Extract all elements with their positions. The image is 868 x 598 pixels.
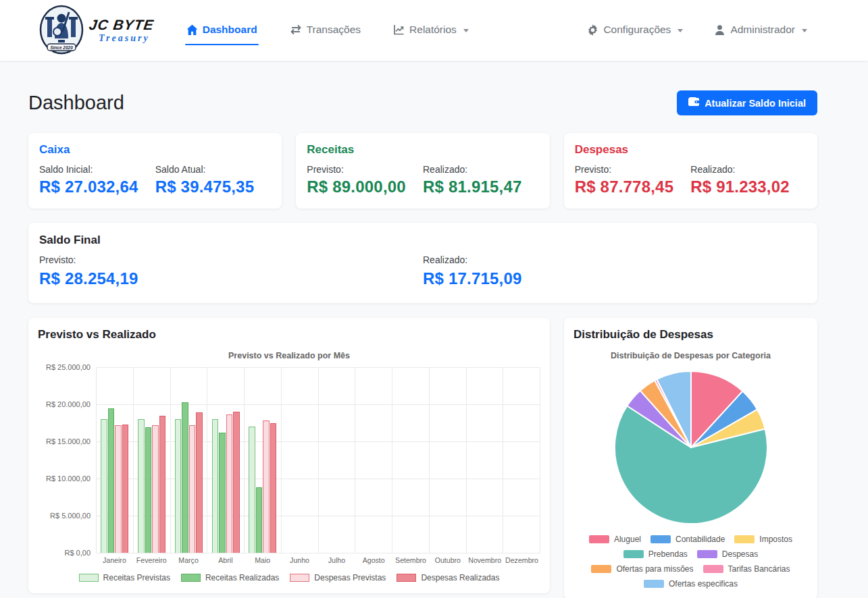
gridline	[97, 553, 540, 553]
legend-item-aluguel[interactable]: Aluguel	[589, 535, 641, 544]
legend-swatch	[79, 574, 99, 582]
legend-item-contabilidade[interactable]: Contabilidade	[650, 535, 725, 544]
bar-despesas-realizadas[interactable]	[270, 423, 277, 553]
legend-label: Contabilidade	[675, 535, 725, 544]
bar-receitas-realizadas[interactable]	[219, 433, 226, 553]
field-label: Previsto:	[307, 164, 423, 175]
bar-receitas-realizadas[interactable]	[182, 402, 188, 553]
bar-despesas-previstas[interactable]	[189, 425, 196, 553]
legend-label: Despesas Previstas	[314, 573, 386, 582]
field-label: Previsto:	[39, 254, 423, 265]
x-axis-label: Maio	[244, 556, 281, 564]
legend-item-ofertas-para-missões[interactable]: Ofertas para missões	[591, 564, 693, 574]
bar-despesas-previstas[interactable]	[226, 414, 233, 553]
person-icon	[714, 24, 725, 36]
x-axis-label: Julho	[318, 556, 355, 564]
legend-swatch	[650, 535, 671, 543]
legend-item-despesas-realizadas[interactable]: Despesas Realizadas	[397, 573, 499, 582]
bar-chart-plot[interactable]	[96, 367, 540, 553]
bar-group-dezembro	[503, 367, 540, 553]
legend-label: Receitas Previstas	[103, 573, 170, 582]
bar-group-novembro	[467, 367, 504, 553]
stat-cards-row: Caixa Saldo Inicial: R$ 27.032,64 Saldo …	[28, 133, 817, 209]
card-title: Saldo Final	[39, 234, 807, 247]
pie-chart[interactable]	[573, 367, 808, 528]
bar-despesas-previstas[interactable]	[152, 425, 159, 553]
bar-receitas-realizadas[interactable]	[256, 487, 263, 553]
nav-item-administrador[interactable]: Administrador	[713, 17, 809, 44]
legend-item-despesas[interactable]: Despesas	[697, 549, 758, 559]
legend-item-receitas-realizadas[interactable]: Receitas Realizadas	[181, 573, 279, 582]
legend-label: Receitas Realizadas	[205, 573, 279, 582]
y-axis-tick: R$ 15.000,00	[46, 437, 91, 445]
legend-label: Despesas	[722, 549, 758, 559]
chart-card-title: Distribuição de Despesas	[573, 328, 808, 342]
bar-despesas-realizadas[interactable]	[159, 416, 166, 553]
card-title: Receitas	[307, 143, 538, 157]
bar-despesas-realizadas[interactable]	[233, 412, 240, 553]
legend-item-receitas-previstas[interactable]: Receitas Previstas	[79, 573, 170, 582]
update-initial-balance-button[interactable]: Atualizar Saldo Inicial	[677, 90, 817, 115]
legend-label: Despesas Realizadas	[421, 573, 499, 582]
field-value: R$ 87.778,45	[575, 178, 691, 196]
bar-group-janeiro	[97, 367, 134, 553]
bar-receitas-previstas[interactable]	[212, 419, 219, 553]
legend-swatch	[290, 574, 309, 582]
bar-receitas-realizadas[interactable]	[108, 408, 115, 553]
gear-icon	[587, 24, 598, 36]
legend-swatch	[734, 535, 755, 543]
legend-label: Ofertas especificas	[669, 579, 738, 589]
bar-receitas-previstas[interactable]	[175, 419, 182, 553]
brand-logo[interactable]: Since 2020 JC Byte Treasury	[39, 5, 154, 57]
legend-item-tarifas-bancárias[interactable]: Tarifas Bancárias	[703, 564, 790, 574]
bar-receitas-realizadas[interactable]	[145, 427, 152, 553]
legend-swatch	[644, 580, 664, 588]
field-value: R$ 91.233,02	[690, 178, 807, 196]
legend-item-prebendas[interactable]: Prebendas	[623, 549, 688, 559]
field-value: R$ 27.032,64	[39, 178, 155, 196]
card-title: Caixa	[39, 143, 271, 157]
chart-card-title: Previsto vs Realizado	[38, 328, 540, 342]
bar-group-agosto	[355, 367, 392, 553]
y-axis-tick: R$ 0,00	[64, 549, 91, 557]
top-navbar: Since 2020 JC Byte Treasury Dashboard Tr…	[0, 0, 868, 61]
page-title: Dashboard	[28, 92, 124, 114]
x-axis-label: Fevereiro	[133, 556, 170, 564]
field-label: Previsto:	[575, 164, 691, 175]
field-value: R$ 39.475,35	[155, 178, 272, 196]
legend-swatch	[589, 535, 609, 543]
legend-item-despesas-previstas[interactable]: Despesas Previstas	[290, 573, 386, 582]
field-value: R$ 28.254,19	[39, 269, 423, 288]
bar-despesas-realizadas[interactable]	[196, 412, 203, 553]
nav-item-relatorios[interactable]: Relatórios	[392, 17, 470, 44]
bar-group-outubro	[430, 367, 467, 553]
nav-item-dashboard[interactable]: Dashboard	[185, 17, 259, 44]
bar-receitas-previstas[interactable]	[249, 427, 255, 553]
bar-group-junho	[282, 367, 319, 553]
bar-receitas-previstas[interactable]	[138, 419, 145, 553]
x-axis-label: Março	[170, 556, 207, 564]
svg-text:Since 2020: Since 2020	[50, 45, 73, 49]
nav-item-configuracoes[interactable]: Configurações	[586, 17, 684, 44]
bar-chart-y-axis: R$ 25.000,00R$ 20.000,00R$ 15.000,00R$ 1…	[38, 367, 96, 553]
home-icon	[186, 24, 198, 36]
update-initial-balance-label: Atualizar Saldo Inicial	[705, 98, 806, 109]
field-value: R$ 81.915,47	[423, 178, 539, 196]
legend-label: Impostos	[759, 535, 792, 544]
bar-chart-legend: Receitas PrevistasReceitas RealizadasDes…	[38, 573, 540, 582]
charts-row: Previsto vs Realizado Previsto vs Realiz…	[28, 318, 817, 598]
legend-item-ofertas-especificas[interactable]: Ofertas especificas	[644, 579, 738, 589]
nav-item-label: Configurações	[603, 24, 671, 36]
bar-despesas-previstas[interactable]	[263, 420, 270, 553]
legend-item-impostos[interactable]: Impostos	[734, 535, 792, 544]
bar-despesas-previstas[interactable]	[115, 425, 122, 553]
pie-chart-svg[interactable]	[611, 367, 771, 528]
legend-label: Prebendas	[648, 549, 688, 559]
nav-item-label: Administrador	[730, 24, 795, 36]
chevron-down-icon	[678, 29, 683, 32]
card-previsto-vs-realizado: Previsto vs Realizado Previsto vs Realiz…	[28, 318, 550, 593]
nav-item-transacoes[interactable]: Transações	[288, 17, 362, 44]
bar-despesas-realizadas[interactable]	[122, 425, 129, 553]
legend-label: Ofertas para missões	[616, 564, 693, 574]
bar-receitas-previstas[interactable]	[101, 419, 107, 553]
